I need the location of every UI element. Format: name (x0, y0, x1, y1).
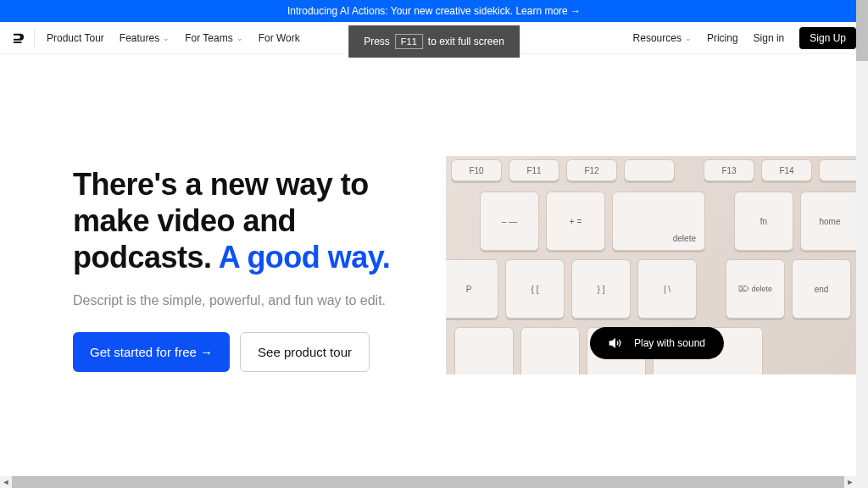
keyboard-key: F14 (761, 159, 812, 181)
keyboard-key: fn (734, 191, 793, 251)
play-with-sound-button[interactable]: Play with sound (590, 327, 724, 359)
keyboard-key: F11 (509, 159, 559, 181)
keyboard-key (454, 327, 514, 374)
scrollbar-thumb[interactable] (12, 476, 844, 488)
nav-for-work[interactable]: For Work (259, 32, 300, 44)
keyboard-key: end (792, 259, 851, 319)
nav-divider (34, 29, 35, 47)
sign-up-button[interactable]: Sign Up (799, 27, 856, 49)
nav-label: For Teams (185, 32, 232, 44)
nav-label: Resources (633, 32, 682, 44)
nav-label: Product Tour (47, 32, 104, 44)
chevron-down-icon: ⌄ (685, 34, 692, 42)
nav-sign-in[interactable]: Sign in (754, 32, 785, 44)
horizontal-scrollbar[interactable]: ◄ ► (0, 476, 856, 488)
vertical-scrollbar[interactable] (856, 0, 868, 488)
keyboard-key (624, 159, 675, 181)
nav-product-tour[interactable]: Product Tour (47, 32, 104, 44)
nav-pricing[interactable]: Pricing (707, 32, 738, 44)
keyboard-key: F13 (704, 159, 754, 181)
nav-label: Features (120, 32, 159, 44)
nav-for-teams[interactable]: For Teams⌄ (185, 32, 242, 44)
hint-key: F11 (395, 34, 423, 49)
nav-resources[interactable]: Resources⌄ (633, 32, 692, 44)
keyboard-key (520, 327, 580, 374)
keyboard-key: delete (612, 191, 705, 251)
banner-link[interactable]: Introducing AI Actions: Your new creativ… (287, 5, 581, 17)
keyboard-key: F12 (566, 159, 617, 181)
hero-subtitle: Descript is the simple, powerful, and fu… (73, 293, 412, 308)
keyboard-key: F10 (451, 159, 502, 181)
nav-left-group: Product Tour Features⌄ For Teams⌄ For Wo… (47, 32, 300, 44)
nav-label: Pricing (707, 32, 738, 44)
chevron-down-icon: ⌄ (236, 34, 243, 42)
sound-icon (609, 336, 622, 350)
product-tour-button[interactable]: See product tour (240, 332, 370, 372)
keyboard-key: { [ (505, 259, 565, 319)
hint-press: Press (364, 36, 390, 47)
hero-ctas: Get started for free → See product tour (73, 332, 412, 372)
nav-label: Sign in (754, 32, 785, 44)
title-line: There's a new way to (73, 167, 369, 202)
hero-title: There's a new way to make video and podc… (73, 166, 412, 276)
hero-text: There's a new way to make video and podc… (73, 156, 412, 374)
keyboard-key: P (446, 259, 498, 319)
chevron-down-icon: ⌄ (163, 34, 170, 42)
keyboard-key: + = (546, 191, 605, 251)
keyboard-key: – — (480, 191, 539, 251)
announcement-banner[interactable]: Introducing AI Actions: Your new creativ… (0, 0, 868, 22)
keyboard-key: } ] (571, 259, 631, 319)
keyboard-key: | \ (637, 259, 697, 319)
logo-icon[interactable] (12, 31, 25, 45)
nav-features[interactable]: Features⌄ (120, 32, 170, 44)
scrollbar-thumb[interactable] (856, 0, 868, 61)
keyboard-key: ⌦ delete (726, 259, 785, 319)
nav-label: For Work (259, 32, 300, 44)
title-line: make video and (73, 203, 296, 238)
play-label: Play with sound (634, 337, 705, 349)
nav-right-group: Resources⌄ Pricing Sign in Sign Up (633, 27, 856, 49)
hint-rest: to exit full screen (428, 36, 504, 47)
fullscreen-hint: Press F11 to exit full screen (348, 25, 520, 58)
get-started-button[interactable]: Get started for free → (73, 332, 230, 372)
scroll-right-icon[interactable]: ► (844, 476, 856, 488)
title-accent: A good way. (219, 240, 391, 274)
scroll-left-icon[interactable]: ◄ (0, 476, 12, 488)
hero-section: There's a new way to make video and podc… (0, 54, 868, 374)
hero-video[interactable]: F10 F11 F12 F13 F14 – — + = delete fn ho… (446, 156, 868, 374)
title-line: podcasts. (73, 240, 219, 274)
keyboard-key: home (800, 191, 860, 251)
